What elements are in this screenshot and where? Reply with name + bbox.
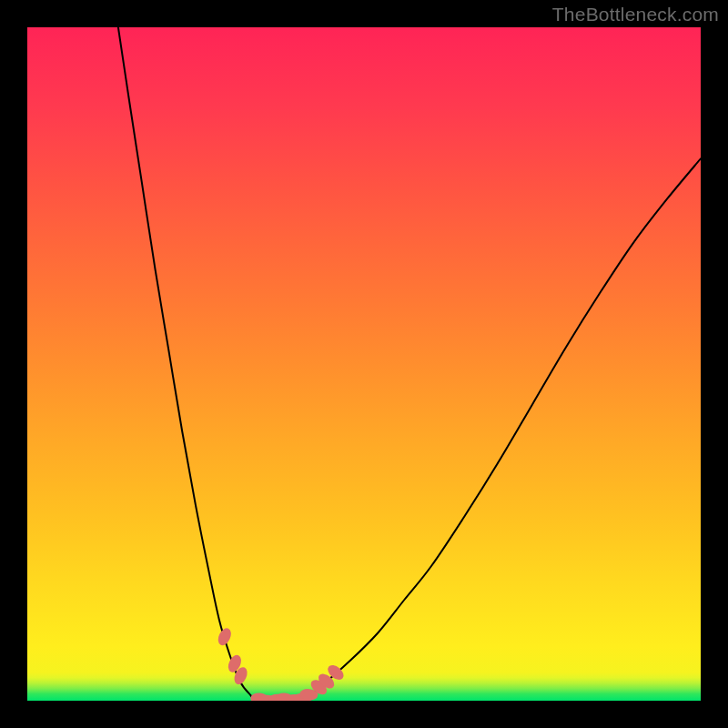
curves-layer <box>118 27 701 701</box>
chart-svg <box>27 27 701 701</box>
chart-frame: TheBottleneck.com <box>0 0 728 728</box>
bottleneck-curve <box>118 27 701 701</box>
markers-layer <box>216 626 347 701</box>
watermark-text: TheBottleneck.com <box>552 4 719 25</box>
data-marker <box>216 626 234 647</box>
plot-area <box>27 27 701 701</box>
